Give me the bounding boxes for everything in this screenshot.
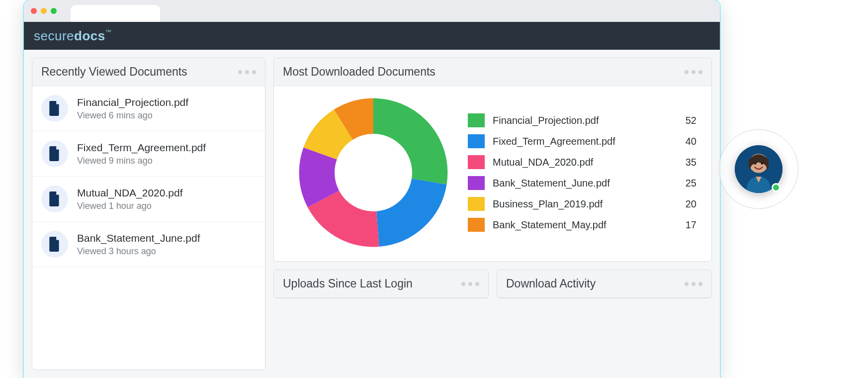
- brand-part-2: docs: [74, 28, 105, 43]
- brand-part-1: secure: [34, 28, 74, 43]
- close-window-button[interactable]: [31, 8, 37, 14]
- legend-item[interactable]: Bank_Statement_June.pdf25: [468, 176, 696, 190]
- legend-label: Business_Plan_2019.pdf: [493, 198, 669, 210]
- legend-label: Fixed_Term_Agreement.pdf: [493, 136, 669, 147]
- doc-subtext: Viewed 1 hour ago: [77, 201, 182, 211]
- doc-name: Fixed_Term_Agreement.pdf: [77, 142, 206, 154]
- panel-recently-viewed: Recently Viewed Documents Financial_Proj…: [32, 58, 265, 370]
- panel-title: Uploads Since Last Login: [283, 277, 413, 290]
- file-icon: [41, 140, 68, 167]
- legend-item[interactable]: Business_Plan_2019.pdf20: [468, 197, 696, 211]
- legend-swatch: [468, 134, 485, 148]
- legend-value: 52: [677, 115, 696, 126]
- file-icon: [41, 231, 68, 258]
- panel-uploads-since-login: Uploads Since Last Login: [273, 270, 489, 298]
- dashboard-content: Recently Viewed Documents Financial_Proj…: [24, 50, 720, 378]
- maximize-window-button[interactable]: [51, 8, 57, 14]
- browser-window: securedocs™ Recently Viewed Documents Fi…: [24, 0, 720, 378]
- chat-presence-online-icon: [772, 183, 781, 192]
- donut-chart-body: Financial_Projection.pdf52Fixed_Term_Agr…: [274, 86, 711, 261]
- legend-label: Financial_Projection.pdf: [493, 115, 669, 126]
- legend-swatch: [468, 155, 485, 169]
- doc-text: Financial_Projection.pdfViewed 6 mins ag…: [77, 96, 188, 121]
- panel-most-downloaded: Most Downloaded Documents Financial_Proj…: [273, 58, 712, 262]
- window-titlebar: [24, 0, 720, 22]
- doc-name: Bank_Statement_June.pdf: [77, 232, 200, 244]
- legend-label: Bank_Statement_May.pdf: [493, 219, 669, 231]
- file-icon: [41, 95, 68, 122]
- doc-name: Mutual_NDA_2020.pdf: [77, 187, 182, 199]
- doc-text: Fixed_Term_Agreement.pdfViewed 9 mins ag…: [77, 142, 206, 166]
- legend-value: 20: [677, 198, 696, 210]
- recent-doc-item[interactable]: Bank_Statement_June.pdfViewed 3 hours ag…: [32, 222, 265, 267]
- panel-drag-handle[interactable]: [461, 282, 479, 286]
- bottom-panel-row: Uploads Since Last Login Download Activi…: [273, 270, 712, 298]
- doc-text: Bank_Statement_June.pdfViewed 3 hours ag…: [77, 232, 200, 257]
- panel-drag-handle[interactable]: [238, 70, 256, 74]
- legend-value: 25: [677, 178, 696, 189]
- legend-item[interactable]: Fixed_Term_Agreement.pdf40: [468, 134, 696, 148]
- legend-value: 40: [677, 136, 696, 147]
- panel-title: Recently Viewed Documents: [41, 65, 187, 79]
- browser-tab[interactable]: [71, 5, 160, 22]
- legend-label: Bank_Statement_June.pdf: [493, 178, 669, 189]
- recent-doc-list: Financial_Projection.pdfViewed 6 mins ag…: [32, 86, 265, 370]
- chart-legend: Financial_Projection.pdf52Fixed_Term_Agr…: [468, 113, 696, 232]
- panel-download-activity: Download Activity: [497, 270, 712, 298]
- right-column: Most Downloaded Documents Financial_Proj…: [273, 58, 712, 370]
- legend-value: 17: [677, 219, 696, 231]
- legend-swatch: [468, 197, 485, 211]
- panel-header: Most Downloaded Documents: [274, 58, 711, 86]
- donut-hole: [341, 140, 406, 205]
- brand-trademark: ™: [105, 28, 112, 35]
- recent-doc-item[interactable]: Mutual_NDA_2020.pdfViewed 1 hour ago: [32, 177, 265, 222]
- panel-drag-handle[interactable]: [685, 70, 702, 74]
- legend-item[interactable]: Financial_Projection.pdf52: [468, 113, 696, 127]
- legend-item[interactable]: Bank_Statement_May.pdf17: [468, 218, 696, 232]
- svg-point-3: [761, 162, 763, 165]
- legend-swatch: [468, 218, 485, 232]
- doc-subtext: Viewed 3 hours ago: [77, 246, 200, 257]
- panel-header: Uploads Since Last Login: [274, 270, 488, 298]
- minimize-window-button[interactable]: [41, 8, 47, 14]
- recent-doc-item[interactable]: Fixed_Term_Agreement.pdfViewed 9 mins ag…: [32, 131, 265, 177]
- window-controls: [31, 8, 57, 14]
- legend-label: Mutual_NDA_2020.pdf: [493, 157, 669, 168]
- donut-chart: [299, 98, 448, 247]
- legend-item[interactable]: Mutual_NDA_2020.pdf35: [468, 155, 696, 169]
- doc-subtext: Viewed 6 mins ago: [77, 110, 188, 121]
- app-header: securedocs™: [24, 22, 720, 50]
- doc-text: Mutual_NDA_2020.pdfViewed 1 hour ago: [77, 187, 182, 211]
- doc-name: Financial_Projection.pdf: [77, 96, 188, 108]
- panel-header: Recently Viewed Documents: [32, 58, 265, 86]
- panel-title: Most Downloaded Documents: [283, 65, 435, 79]
- recent-doc-item[interactable]: Financial_Projection.pdfViewed 6 mins ag…: [32, 86, 265, 131]
- legend-swatch: [468, 176, 485, 190]
- panel-header: Download Activity: [497, 270, 711, 298]
- legend-value: 35: [677, 157, 696, 168]
- brand-logo: securedocs™: [34, 28, 111, 44]
- panel-drag-handle[interactable]: [685, 282, 702, 286]
- file-icon: [41, 186, 68, 212]
- svg-point-2: [754, 162, 757, 165]
- panel-title: Download Activity: [506, 277, 596, 290]
- doc-subtext: Viewed 9 mins ago: [77, 156, 206, 166]
- legend-swatch: [468, 113, 485, 127]
